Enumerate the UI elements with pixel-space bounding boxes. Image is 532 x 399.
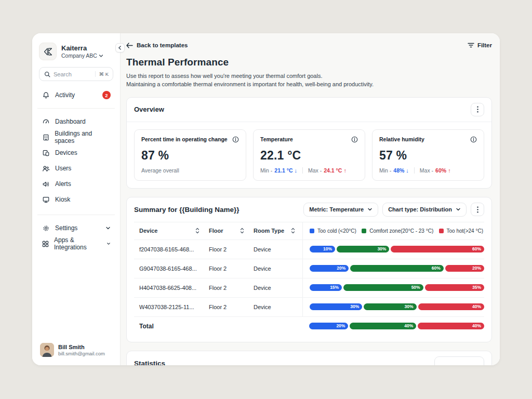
metric-value: 87 % xyxy=(141,149,239,163)
sort-floor-button[interactable] xyxy=(240,228,244,234)
metric-dropdown[interactable]: Metric: Temperature xyxy=(303,203,378,217)
legend-label: Too hot(>24 °C) xyxy=(447,228,483,234)
main-content: Back to templates Filter Thermal Perform… xyxy=(121,33,500,365)
summary-table: Device Floor Room Type xyxy=(127,222,491,342)
table-total-row: Total 20%40%40% xyxy=(134,316,484,336)
min-value: 21.1 °C xyxy=(274,167,292,174)
max-label: Max - xyxy=(420,167,433,174)
arrow-down-icon: ↓ xyxy=(294,167,297,174)
sort-room-type-button[interactable] xyxy=(291,228,295,234)
min-value: 48% xyxy=(393,167,404,174)
bar-segment-comfort: 30% xyxy=(337,246,389,252)
distribution-bar: 30%30%40% xyxy=(310,303,484,310)
bar-segment-hot: 60% xyxy=(391,246,484,252)
sidebar-item-activity[interactable]: Activity 2 xyxy=(39,87,113,103)
sidebar-item-devices[interactable]: Devices xyxy=(39,145,113,161)
bar-segment-comfort: 50% xyxy=(343,284,423,291)
kebab-menu-icon xyxy=(477,106,478,113)
description-line-1: Use this report to assess how well you'r… xyxy=(126,73,322,79)
summary-menu-button[interactable] xyxy=(471,203,484,216)
legend-swatch-hot xyxy=(439,229,444,233)
room-type-cell: Device xyxy=(254,265,271,272)
sidebar-item-kiosk[interactable]: Kiosk xyxy=(39,192,113,207)
divider xyxy=(414,167,415,174)
metric-title: Relative humidity xyxy=(379,136,424,142)
info-icon[interactable] xyxy=(470,136,477,145)
chart-legend: Too cold (<20°C) Comfort zone(20°C - 23 … xyxy=(310,228,484,234)
sidebar-item-label: Dashboard xyxy=(55,118,86,125)
back-to-templates-link[interactable]: Back to templates xyxy=(126,42,188,48)
overview-menu-button[interactable] xyxy=(471,103,484,116)
search-shortcut: ⌘ K xyxy=(95,71,109,77)
sidebar-item-label: Apps & Integrations xyxy=(54,236,97,251)
sidebar-item-buildings[interactable]: Buildings and spaces xyxy=(39,129,113,145)
sidebar-item-label: Devices xyxy=(55,149,77,156)
metric-card-humidity: Relative humidity 57 % Min - 48% ↓ Max -… xyxy=(372,129,484,181)
legend-item-too-hot: Too hot(>24 °C) xyxy=(439,228,483,234)
bell-icon xyxy=(42,91,50,100)
metric-value: 22.1 °C xyxy=(260,149,358,163)
bar-segment-cold: 15% xyxy=(310,284,342,291)
metric-title: Temperature xyxy=(260,136,293,142)
company-name: Company ABC xyxy=(61,52,97,59)
max-label: Max - xyxy=(308,167,322,174)
sidebar-item-settings[interactable]: Settings xyxy=(39,220,113,236)
search-input[interactable] xyxy=(54,71,92,77)
legend-swatch-comfort xyxy=(362,229,366,233)
sidebar-divider xyxy=(37,215,115,215)
bar-segment-hot: 40% xyxy=(418,323,484,329)
statistics-title: Statistics xyxy=(134,360,165,365)
table-row: f2047038-6165-468... Floor 2 Device 10%3… xyxy=(134,240,484,259)
min-label: Min - xyxy=(260,167,272,174)
total-label: Total xyxy=(139,323,154,330)
bar-segment-cold: 20% xyxy=(309,323,348,329)
sidebar-item-label: Alerts xyxy=(55,180,71,188)
info-icon[interactable] xyxy=(232,136,239,145)
floor-cell: Floor 2 xyxy=(209,285,227,291)
brand: Kaiterra Company ABC xyxy=(39,43,113,60)
max-value: 24.1 °C xyxy=(324,167,342,174)
gear-icon xyxy=(42,224,50,233)
kiosk-monitor-icon xyxy=(42,195,50,204)
sort-device-button[interactable] xyxy=(195,228,200,234)
sidebar-item-label: Kiosk xyxy=(55,196,70,203)
metric-card-operating: Percent time in operating change 87 % Av… xyxy=(134,129,246,181)
legend-label: Too cold (<20°C) xyxy=(317,228,356,234)
company-switcher[interactable]: Company ABC xyxy=(61,52,103,59)
max-value: 60% xyxy=(435,167,446,174)
chart-type-dropdown-label: Chart type: Distribution xyxy=(388,206,452,212)
filter-icon xyxy=(468,43,474,48)
column-header-device: Device xyxy=(139,228,157,234)
room-type-cell: Device xyxy=(254,246,271,252)
info-icon[interactable] xyxy=(351,136,358,145)
user-email: bill.smith@gmail.com xyxy=(58,351,105,356)
bar-segment-cold: 20% xyxy=(310,265,349,272)
sidebar-item-alerts[interactable]: Alerts xyxy=(39,176,113,192)
overview-title: Overview xyxy=(134,105,164,113)
legend-item-too-cold: Too cold (<20°C) xyxy=(310,228,356,234)
filter-label: Filter xyxy=(477,42,492,48)
table-row: H4047038-6625-408... Floor 2 Device 15%5… xyxy=(134,278,484,297)
summary-card: Summary for {{Building Name}} Metric: Te… xyxy=(126,197,492,342)
statistics-dropdown-button[interactable] xyxy=(434,356,484,365)
device-id: W4037038-2125-11... xyxy=(139,304,194,310)
metric-subtext: Average overall xyxy=(141,167,179,174)
page-title: Thermal Performance xyxy=(126,57,492,68)
bar-segment-cold: 10% xyxy=(310,246,335,252)
sidebar-item-label: Buildings and spaces xyxy=(55,130,111,144)
sidebar-item-dashboard[interactable]: Dashboard xyxy=(39,114,113,129)
filter-button[interactable]: Filter xyxy=(468,42,492,48)
user-profile[interactable]: Bill Smith bill.smith@gmail.com xyxy=(39,341,113,359)
chevron-down-icon xyxy=(99,54,103,58)
sidebar-item-apps-integrations[interactable]: Apps & Integrations xyxy=(39,236,113,251)
chevron-down-icon xyxy=(105,225,111,231)
sidebar-item-users[interactable]: Users xyxy=(39,161,113,176)
distribution-bar: 20%60%20% xyxy=(310,265,484,272)
statistics-card: Statistics xyxy=(126,351,492,365)
back-link-label: Back to templates xyxy=(137,42,188,48)
avatar xyxy=(40,343,54,357)
page-description: Use this report to assess how well you'r… xyxy=(126,72,492,89)
chart-type-dropdown[interactable]: Chart type: Distribution xyxy=(382,203,467,217)
sidebar-collapse-button[interactable] xyxy=(115,43,125,52)
table-row: G9047038-6165-468... Floor 2 Device 20%6… xyxy=(134,259,484,278)
